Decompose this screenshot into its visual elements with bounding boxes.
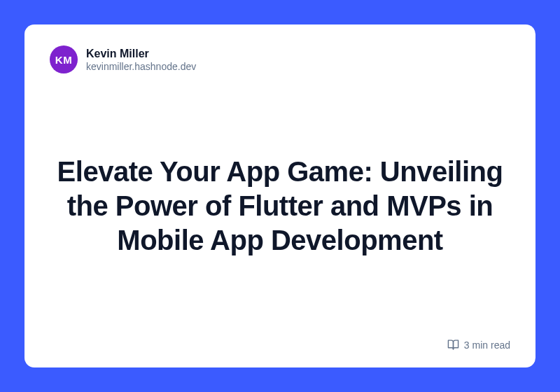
read-time-row: 3 min read [50, 339, 510, 351]
author-name: Kevin Miller [86, 47, 196, 60]
social-preview-frame: KM Kevin Miller kevinmiller.hashnode.dev… [0, 0, 560, 392]
title-container: Elevate Your App Game: Unveiling the Pow… [50, 74, 510, 339]
read-time-label: 3 min read [464, 340, 510, 351]
author-handle: kevinmiller.hashnode.dev [86, 61, 196, 73]
author-meta: Kevin Miller kevinmiller.hashnode.dev [86, 47, 196, 73]
article-card: KM Kevin Miller kevinmiller.hashnode.dev… [24, 24, 536, 368]
book-open-icon [447, 339, 459, 351]
avatar-initials: KM [55, 54, 72, 66]
article-title: Elevate Your App Game: Unveiling the Pow… [50, 155, 510, 257]
author-row: KM Kevin Miller kevinmiller.hashnode.dev [50, 46, 510, 74]
avatar: KM [50, 46, 78, 74]
